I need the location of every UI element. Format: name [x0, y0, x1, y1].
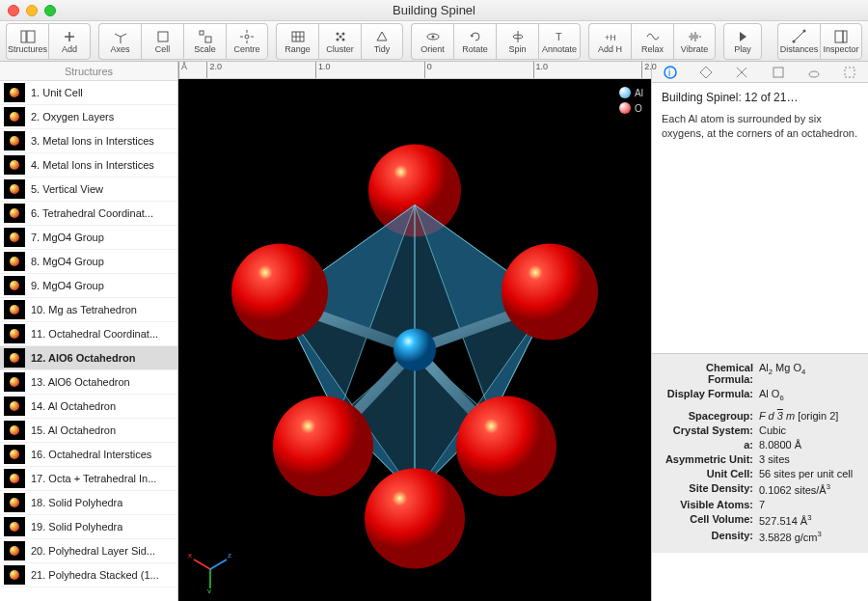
sidebar-item-label: 18. Solid Polyhedra — [31, 497, 122, 508]
molecule-render — [178, 79, 651, 601]
sidebar-item-label: 15. Al Octahedron — [31, 424, 116, 436]
site-density: 0.1062 sites/Å3 — [759, 482, 862, 496]
scale-button[interactable]: Scale — [183, 23, 226, 60]
thumbnail-icon — [4, 541, 25, 560]
annotate-button[interactable]: TAnnotate — [538, 23, 581, 60]
svg-line-4 — [121, 34, 126, 37]
sidebar-item-label: 7. MgO4 Group — [31, 232, 104, 243]
spacegroup: F d 3 m [origin 2] — [759, 410, 862, 422]
sidebar-item-2[interactable]: 3. Metal Ions in Interstices — [0, 129, 177, 153]
sidebar-item-1[interactable]: 2. Oxygen Layers — [0, 105, 177, 129]
ruler-tick: Å — [178, 62, 187, 78]
overlay-tab-icon[interactable] — [731, 64, 752, 81]
legend-label: O — [635, 103, 642, 114]
thumbnail-icon — [4, 421, 25, 440]
sidebar-item-15[interactable]: 16. Octahedral Interstices — [0, 443, 177, 467]
distances-button[interactable]: Distances — [777, 23, 820, 60]
cloud-tab-icon[interactable] — [803, 64, 825, 81]
thumbnail-icon — [4, 396, 25, 416]
sidebar-item-20[interactable]: 21. Polyhedra Stacked (1... — [0, 563, 177, 587]
sidebar-item-8[interactable]: 9. MgO4 Group — [0, 274, 177, 298]
add-button[interactable]: Add — [48, 23, 91, 60]
info-body: Each Al atom is surrounded by six oxygen… — [662, 112, 858, 142]
svg-text:i: i — [668, 68, 670, 78]
spin-button[interactable]: Spin — [496, 23, 538, 60]
sidebar: Structures 1. Unit Cell2. Oxygen Layers3… — [0, 62, 178, 601]
selection-tab-icon[interactable] — [839, 64, 860, 81]
density: 3.5828 g/cm3 — [759, 530, 862, 543]
viewport-3d[interactable]: AlO — [178, 79, 651, 601]
sidebar-item-13[interactable]: 14. Al Octahedron — [0, 395, 177, 419]
properties-pane: Chemical Formula:Al2 Mg O4 Display Formu… — [652, 353, 868, 553]
thumbnail-icon — [4, 252, 25, 271]
sidebar-item-10[interactable]: 11. Octahedral Coordinat... — [0, 322, 177, 346]
crystal-system: Cubic — [759, 424, 862, 436]
sidebar-item-19[interactable]: 20. Polyhedral Layer Sid... — [0, 539, 177, 563]
svg-point-37 — [792, 40, 795, 42]
relax-button[interactable]: Relax — [631, 23, 673, 60]
thumbnail-icon — [4, 107, 25, 126]
polyhedron-tab-icon[interactable] — [695, 64, 717, 81]
structure-list[interactable]: 1. Unit Cell2. Oxygen Layers3. Metal Ion… — [0, 81, 177, 601]
svg-rect-39 — [835, 31, 843, 42]
sidebar-item-6[interactable]: 7. MgO4 Group — [0, 226, 177, 250]
orient-button[interactable]: Orient — [411, 23, 453, 60]
sidebar-item-label: 20. Polyhedral Layer Sid... — [31, 545, 155, 557]
vibrate-button[interactable]: Vibrate — [673, 23, 716, 60]
svg-rect-7 — [158, 32, 168, 41]
tidy-button[interactable]: Tidy — [361, 23, 403, 60]
sidebar-item-18[interactable]: 19. Solid Polyhedra — [0, 515, 177, 539]
thumbnail-icon — [4, 179, 25, 199]
thumbnail-icon — [4, 493, 25, 512]
play-button[interactable]: Play — [723, 23, 762, 60]
rotate-button[interactable]: Rotate — [453, 23, 496, 60]
svg-rect-0 — [21, 31, 26, 42]
sidebar-item-3[interactable]: 4. Metal Ions in Interstices — [0, 153, 177, 178]
sidebar-item-label: 12. AlO6 Octahedron — [31, 352, 135, 364]
ruler: Å2.01.001.02.0 — [178, 62, 651, 79]
svg-point-25 — [431, 35, 434, 38]
thumbnail-icon — [4, 228, 25, 247]
svg-rect-72 — [773, 68, 783, 77]
sidebar-item-label: 21. Polyhedra Stacked (1... — [31, 569, 159, 581]
svg-rect-1 — [27, 31, 35, 42]
info-tab-icon[interactable]: i — [660, 64, 681, 81]
range-button[interactable]: Range — [276, 23, 318, 60]
sidebar-item-0[interactable]: 1. Unit Cell — [0, 81, 177, 105]
cube-tab-icon[interactable] — [768, 64, 789, 81]
legend-label: Al — [635, 88, 643, 98]
sidebar-item-label: 9. MgO4 Group — [31, 280, 104, 291]
cell-button[interactable]: Cell — [141, 23, 183, 60]
sidebar-item-4[interactable]: 5. Vertical View — [0, 178, 177, 202]
sidebar-item-12[interactable]: 13. AlO6 Octahedron — [0, 370, 177, 395]
centre-button[interactable]: Centre — [226, 23, 268, 60]
sidebar-item-17[interactable]: 18. Solid Polyhedra — [0, 491, 177, 515]
cluster-button[interactable]: Cluster — [318, 23, 361, 60]
cell-volume: 527.514 Å3 — [759, 513, 862, 527]
sidebar-item-16[interactable]: 17. Octa + Tetrahedral In... — [0, 467, 177, 491]
sidebar-item-5[interactable]: 6. Tetrahedral Coordinat... — [0, 202, 177, 226]
thumbnail-icon — [4, 372, 25, 392]
svg-line-66 — [210, 560, 227, 569]
axes-button[interactable]: Axes — [98, 23, 141, 60]
thumbnail-icon — [4, 324, 25, 343]
svg-point-57 — [231, 244, 328, 341]
sidebar-item-14[interactable]: 15. Al Octahedron — [0, 419, 177, 443]
toolbar: Structures Add Axes Cell Scale Centre Ra… — [0, 21, 868, 62]
sidebar-item-11[interactable]: 12. AlO6 Octahedron — [0, 346, 177, 370]
add-h-button[interactable]: +HAdd H — [588, 23, 631, 60]
sidebar-item-label: 8. MgO4 Group — [31, 256, 104, 267]
lattice-a: 8.0800 Å — [759, 439, 862, 451]
svg-rect-9 — [205, 37, 211, 42]
structures-button[interactable]: Structures — [6, 23, 48, 60]
sidebar-item-label: 11. Octahedral Coordinat... — [31, 328, 158, 340]
sidebar-item-7[interactable]: 8. MgO4 Group — [0, 250, 177, 274]
sidebar-item-9[interactable]: 10. Mg as Tetrahedron — [0, 298, 177, 322]
svg-point-73 — [809, 71, 819, 77]
svg-text:T: T — [556, 31, 562, 42]
svg-text:+H: +H — [605, 33, 616, 42]
svg-text:z: z — [228, 551, 231, 560]
svg-rect-40 — [843, 31, 847, 42]
inspector-button[interactable]: Inspector — [820, 23, 862, 60]
thumbnail-icon — [4, 348, 25, 368]
